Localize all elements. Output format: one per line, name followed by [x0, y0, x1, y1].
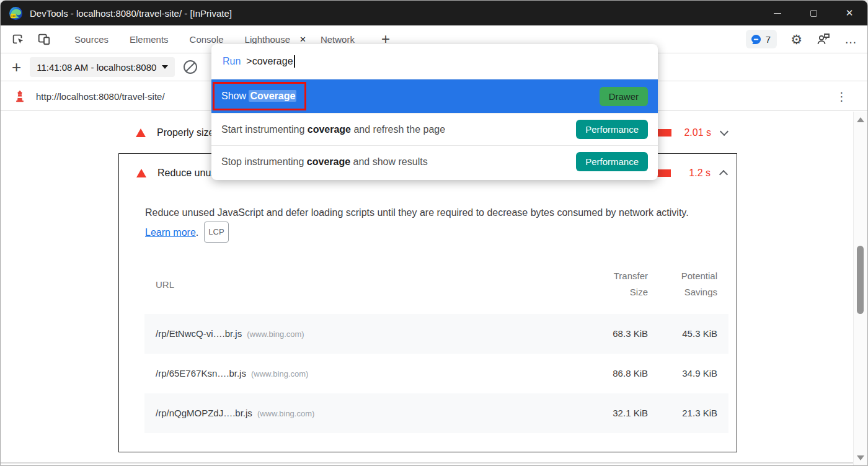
title-bar: DevTools - localhost:8080/travel-site/ -…	[1, 1, 867, 25]
performance-badge: Performance	[576, 152, 648, 171]
new-report-icon[interactable]: +	[12, 58, 21, 77]
devtools-window: DevTools - localhost:8080/travel-site/ -…	[0, 0, 868, 466]
window-controls: ✕	[760, 1, 867, 25]
fail-triangle-icon	[136, 128, 146, 137]
dropdown-caret-icon	[162, 65, 168, 69]
cell-potential-savings: 34.9 KiB	[660, 365, 717, 382]
command-palette: Run >coverage Show Coverage Drawer Start…	[211, 44, 658, 180]
edge-logo-icon	[9, 6, 23, 20]
report-snapshot-dropdown[interactable]: 11:41:08 AM - localhost:8080	[30, 57, 175, 77]
settings-gear-icon[interactable]: ⚙	[790, 33, 802, 46]
tab-sources[interactable]: Sources	[64, 25, 119, 53]
cell-origin: (www.bing.com)	[247, 329, 304, 339]
fail-triangle-icon	[136, 169, 146, 177]
feedback-icon[interactable]	[816, 32, 831, 47]
device-toolbar-button[interactable]	[37, 32, 51, 47]
cell-url: /rp/nQgMOPZdJ….br.js	[156, 408, 252, 418]
learn-more-link[interactable]: Learn more	[145, 223, 196, 241]
scroll-up-icon[interactable]	[857, 117, 864, 122]
issues-bubble-icon	[751, 34, 761, 45]
chevron-down-icon[interactable]	[720, 127, 728, 136]
lcp-chip: LCP	[204, 222, 228, 243]
performance-badge: Performance	[576, 120, 648, 139]
text-caret	[294, 55, 295, 68]
minimize-button[interactable]	[760, 1, 795, 25]
snapshot-label: 11:41:08 AM - localhost:8080	[37, 62, 156, 73]
clear-reports-icon[interactable]	[184, 60, 197, 74]
cell-transfer-size: 32.1 KiB	[597, 405, 648, 421]
cell-origin: (www.bing.com)	[257, 409, 314, 418]
table-row: /rp/EtNwcQ-vi….br.js(www.bing.com) 68.3 …	[144, 314, 728, 354]
section-divider	[1, 462, 854, 464]
inspect-element-button[interactable]	[11, 32, 25, 47]
result-start-instrumenting-coverage[interactable]: Start instrumenting coverage and refresh…	[211, 113, 658, 145]
minimize-icon	[774, 13, 781, 14]
query-match: coverage	[307, 156, 350, 167]
result-show-coverage[interactable]: Show Coverage Drawer	[211, 79, 658, 113]
chevron-up-icon[interactable]	[719, 170, 728, 179]
audit-value: 1.2 s	[678, 168, 711, 179]
column-header-transfer-size: Transfer Size	[597, 268, 648, 300]
audit-description: Reduce unused JavaScript and defer loadi…	[145, 204, 720, 222]
cell-transfer-size: 68.3 KiB	[597, 326, 648, 342]
table-row: /rp/65E767Ksn….br.js(www.bing.com) 86.8 …	[144, 354, 728, 393]
period: .	[196, 223, 198, 241]
close-icon: ✕	[846, 7, 854, 19]
report-url: http://localhost:8080/travel-site/	[36, 91, 165, 102]
command-query: >coverage	[246, 56, 293, 67]
table-row: /rp/nQgMOPZdJ….br.js(www.bing.com) 32.1 …	[144, 393, 728, 433]
maximize-icon	[810, 10, 817, 17]
report-menu-icon[interactable]: ⋮	[836, 89, 848, 104]
vertical-scrollbar[interactable]	[853, 112, 867, 466]
query-match: Coverage	[249, 90, 296, 102]
tabbar-right-actions: 7 ⚙ …	[746, 30, 857, 48]
close-lighthouse-tab-icon[interactable]: ✕	[296, 35, 310, 44]
lighthouse-icon	[13, 89, 27, 103]
query-match: coverage	[308, 124, 351, 135]
device-emulation-icon	[37, 32, 51, 46]
tab-elements[interactable]: Elements	[119, 25, 179, 53]
run-prefix: Run	[223, 56, 241, 67]
audit-value: 2.01 s	[679, 127, 711, 138]
issues-count: 7	[766, 34, 771, 45]
drawer-badge: Drawer	[600, 87, 648, 106]
scrollbar-thumb[interactable]	[857, 246, 864, 314]
window-title: DevTools - localhost:8080/travel-site/ -…	[30, 8, 232, 19]
result-stop-instrumenting-coverage[interactable]: Stop instrumenting coverage and show res…	[211, 145, 658, 177]
column-header-url: URL	[144, 279, 597, 290]
command-input[interactable]: Run >coverage	[211, 44, 658, 79]
issues-counter-button[interactable]: 7	[746, 30, 777, 48]
audit-details-table: URL Transfer Size Potential Savings /rp/…	[144, 254, 728, 433]
table-header-row: URL Transfer Size Potential Savings	[144, 254, 728, 314]
cell-url: /rp/EtNwcQ-vi….br.js	[156, 328, 242, 339]
cell-transfer-size: 86.8 KiB	[597, 365, 648, 382]
maximize-button[interactable]	[795, 1, 831, 25]
scroll-down-icon[interactable]	[857, 455, 864, 460]
cell-url: /rp/65E767Ksn….br.js	[156, 368, 246, 379]
column-header-potential-savings: Potential Savings	[660, 268, 717, 300]
cell-origin: (www.bing.com)	[251, 369, 308, 379]
more-options-icon[interactable]: …	[844, 32, 857, 47]
cell-potential-savings: 45.3 KiB	[660, 326, 717, 342]
cell-potential-savings: 21.3 KiB	[660, 405, 717, 421]
audit-reduce-unused-js-expanded: Reduce unused JavaScript 1.2 s Reduce un…	[118, 153, 737, 452]
close-button[interactable]: ✕	[831, 1, 867, 25]
inspect-cursor-icon	[11, 32, 25, 46]
